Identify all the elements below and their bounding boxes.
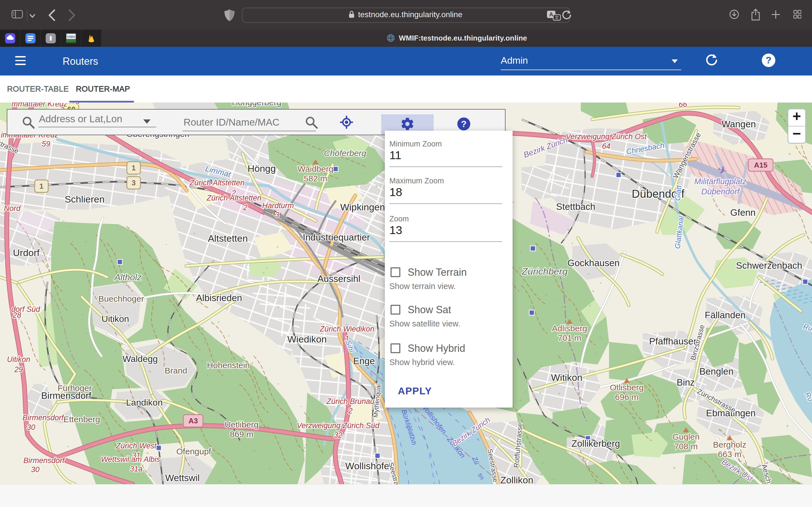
svg-text:Ettenberg: Ettenberg bbox=[63, 414, 100, 424]
svg-text:Verzweigung Zürich Süd: Verzweigung Zürich Süd bbox=[297, 421, 379, 430]
svg-text:Schlieren: Schlieren bbox=[64, 194, 105, 205]
svg-text:Waldegg: Waldegg bbox=[122, 354, 158, 364]
svg-text:Hönggerberg: Hönggerberg bbox=[232, 103, 281, 107]
svg-text:Glatt: Glatt bbox=[673, 184, 683, 201]
svg-text:Wipkingen: Wipkingen bbox=[340, 202, 385, 212]
svg-text:Binz: Binz bbox=[677, 377, 695, 388]
svg-text:Gockhausen: Gockhausen bbox=[567, 258, 619, 268]
svg-text:32: 32 bbox=[334, 431, 342, 439]
svg-text:64: 64 bbox=[602, 142, 610, 151]
svg-text:Birmensdorf: Birmensdorf bbox=[23, 456, 65, 465]
svg-text:Zürich Brunau: Zürich Brunau bbox=[326, 397, 374, 406]
svg-text:2: 2 bbox=[348, 407, 352, 415]
svg-text:Fällanden: Fällanden bbox=[705, 310, 746, 320]
svg-text:701 m: 701 m bbox=[558, 333, 581, 342]
svg-text:Landikon: Landikon bbox=[126, 397, 163, 407]
svg-text:Altstetten: Altstetten bbox=[208, 233, 248, 244]
svg-text:Pfaffhausen: Pfaffhausen bbox=[649, 336, 699, 346]
svg-text:Altholz: Altholz bbox=[114, 272, 142, 282]
svg-text:Uetliberg: Uetliberg bbox=[225, 420, 259, 429]
svg-text:Weiningen: Weiningen bbox=[52, 103, 88, 104]
svg-text:Nord: Nord bbox=[4, 204, 21, 213]
svg-text:Buechhoger: Buechhoger bbox=[98, 294, 144, 303]
svg-text:A3: A3 bbox=[188, 416, 198, 425]
svg-text:Bergholz: Bergholz bbox=[713, 440, 746, 449]
svg-text:Chöferberg: Chöferberg bbox=[324, 149, 366, 158]
svg-text:Waidberg: Waidberg bbox=[297, 164, 333, 173]
svg-text:3: 3 bbox=[132, 179, 136, 187]
svg-text:Uitikon: Uitikon bbox=[101, 314, 129, 324]
svg-text:31a: 31a bbox=[130, 465, 142, 473]
svg-text:文: 文 bbox=[555, 15, 559, 20]
svg-text:Adlisberg: Adlisberg bbox=[552, 324, 587, 333]
svg-text:30: 30 bbox=[27, 423, 35, 432]
svg-text:Militärflugplatz: Militärflugplatz bbox=[694, 177, 747, 186]
svg-text:Stettbach: Stettbach bbox=[556, 202, 595, 212]
svg-text:66: 66 bbox=[679, 103, 688, 109]
svg-text:30: 30 bbox=[31, 465, 40, 474]
svg-text:3: 3 bbox=[275, 211, 279, 219]
svg-text:Ofengupf: Ofengupf bbox=[176, 447, 211, 456]
svg-text:696 m: 696 m bbox=[615, 392, 638, 402]
svg-text:Birmensdorf: Birmensdorf bbox=[41, 390, 92, 401]
svg-text:Industriequartier: Industriequartier bbox=[303, 232, 370, 242]
svg-text:Zürich West: Zürich West bbox=[116, 442, 157, 450]
svg-text:?: ? bbox=[766, 55, 772, 65]
svg-text:Zürich Wiedikon: Zürich Wiedikon bbox=[319, 325, 374, 333]
svg-text:Verzweigung Zürich Ost: Verzweigung Zürich Ost bbox=[566, 132, 647, 141]
svg-text:Urdorf: Urdorf bbox=[13, 247, 40, 258]
svg-text:Schwerzenbach: Schwerzenbach bbox=[736, 260, 802, 271]
svg-text:28: 28 bbox=[12, 311, 21, 320]
svg-text:Wettswil am Albis: Wettswil am Albis bbox=[101, 455, 160, 464]
svg-text:USDA: USDA bbox=[67, 35, 75, 38]
svg-text:A: A bbox=[549, 11, 553, 17]
svg-text:Enge: Enge bbox=[353, 356, 375, 366]
svg-text:Zürich Altstetten: Zürich Altstetten bbox=[206, 194, 261, 202]
svg-text:Dübendorf: Dübendorf bbox=[701, 187, 740, 196]
svg-text:?: ? bbox=[461, 119, 467, 129]
svg-text:Gfenn: Gfenn bbox=[730, 207, 756, 218]
svg-text:1: 1 bbox=[40, 182, 43, 190]
svg-text:Uitikon: Uitikon bbox=[7, 355, 31, 363]
svg-text:Zollikon: Zollikon bbox=[500, 474, 533, 484]
svg-text:Wettswil: Wettswil bbox=[165, 473, 200, 483]
svg-text:Zollikerberg: Zollikerberg bbox=[571, 438, 620, 449]
svg-text:Hardturm: Hardturm bbox=[262, 202, 294, 210]
svg-text:Zürichberg: Zürichberg bbox=[522, 266, 568, 277]
svg-text:59: 59 bbox=[42, 140, 50, 148]
svg-text:708 m: 708 m bbox=[674, 442, 698, 451]
svg-text:Brand: Brand bbox=[165, 366, 187, 375]
svg-text:Otlisberg: Otlisberg bbox=[610, 383, 644, 392]
svg-text:Wollishofen: Wollishofen bbox=[345, 460, 395, 471]
svg-text:Albisrieden: Albisrieden bbox=[196, 293, 242, 303]
svg-text:Benglen: Benglen bbox=[699, 366, 733, 377]
svg-text:Wiedikon: Wiedikon bbox=[287, 334, 327, 344]
svg-text:Witikon: Witikon bbox=[551, 372, 582, 383]
svg-text:Birmensdorf: Birmensdorf bbox=[22, 413, 64, 422]
svg-text:Guglen: Guglen bbox=[672, 432, 700, 441]
svg-text:Wangen: Wangen bbox=[721, 119, 756, 129]
svg-text:663 m: 663 m bbox=[718, 450, 741, 459]
svg-text:A15: A15 bbox=[754, 161, 767, 169]
svg-text:1: 1 bbox=[132, 164, 136, 172]
svg-text:869 m: 869 m bbox=[230, 430, 253, 439]
svg-text:2: 2 bbox=[243, 203, 247, 212]
svg-text:29: 29 bbox=[14, 365, 23, 374]
svg-text:Aussersihl: Aussersihl bbox=[317, 274, 360, 284]
svg-text:Höngg: Höngg bbox=[248, 163, 276, 174]
svg-text:Hohenstein: Hohenstein bbox=[207, 360, 250, 370]
svg-text:Zürich Altstetten: Zürich Altstetten bbox=[190, 179, 245, 187]
svg-text:582 m: 582 m bbox=[304, 174, 327, 183]
